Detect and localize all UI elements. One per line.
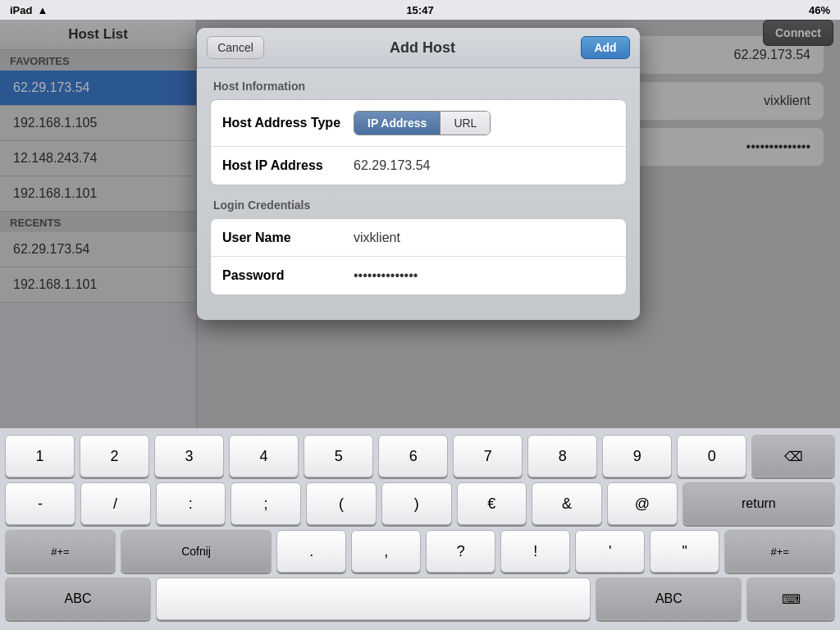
- key-0[interactable]: 0: [677, 435, 746, 477]
- device-label: iPad: [10, 4, 32, 16]
- host-info-table: Host Address Type IP Address URL Host IP…: [210, 99, 627, 185]
- host-ip-value[interactable]: 62.29.173.54: [354, 158, 614, 173]
- key-4[interactable]: 4: [229, 435, 299, 477]
- keyboard-hide-key[interactable]: ⌨: [746, 578, 835, 620]
- dialog-body: Host Information Host Address Type IP Ad…: [197, 68, 640, 320]
- space-key[interactable]: [156, 578, 591, 620]
- key-1[interactable]: 1: [5, 435, 75, 477]
- host-info-section-title: Host Information: [213, 80, 627, 93]
- seg-url-button[interactable]: URL: [441, 112, 490, 135]
- battery-display: 46%: [809, 4, 830, 16]
- key-dash[interactable]: -: [5, 482, 75, 525]
- username-value[interactable]: vixklient: [354, 231, 614, 245]
- seg-ip-button[interactable]: IP Address: [354, 112, 441, 135]
- key-colon[interactable]: :: [156, 482, 226, 525]
- key-9[interactable]: 9: [602, 435, 672, 477]
- keyboard-row-4: ABC ABC ⌨: [5, 578, 835, 620]
- host-ip-label: Host IP Address: [222, 158, 354, 173]
- key-open-paren[interactable]: (: [306, 482, 377, 525]
- keyboard-row-2: - / : ; ( ) € & @ return: [5, 482, 835, 525]
- key-7[interactable]: 7: [453, 435, 523, 477]
- wifi-icon: ▲: [37, 4, 48, 16]
- address-type-label: Host Address Type: [222, 116, 354, 130]
- password-row: Password ••••••••••••••: [211, 257, 626, 294]
- key-semicolon[interactable]: ;: [231, 482, 301, 525]
- key-comma[interactable]: ,: [351, 530, 421, 573]
- cancel-button[interactable]: Cancel: [207, 36, 264, 59]
- dialog-title: Add Host: [264, 39, 581, 57]
- login-section-title: Login Credentials: [213, 199, 627, 212]
- key-ampersand[interactable]: &: [532, 482, 602, 525]
- key-apos[interactable]: ': [575, 530, 645, 573]
- shift-right-key[interactable]: #+=: [724, 530, 835, 573]
- time-display: 15:47: [406, 4, 433, 16]
- return-key[interactable]: return: [682, 482, 835, 525]
- abc-left-key[interactable]: ABC: [5, 578, 151, 620]
- key-question[interactable]: ?: [426, 530, 495, 573]
- key-5[interactable]: 5: [304, 435, 373, 477]
- address-type-segmented[interactable]: IP Address URL: [354, 111, 491, 135]
- username-row: User Name vixklient: [211, 219, 626, 257]
- keyboard-row-3: #+= Cofnij . , ? ! ' " #+=: [5, 530, 835, 573]
- status-bar: iPad ▲ 15:47 46%: [0, 0, 840, 20]
- dialog-header: Cancel Add Host Add: [197, 28, 640, 68]
- address-type-row: Host Address Type IP Address URL: [211, 100, 626, 147]
- add-host-dialog: Cancel Add Host Add Host Information Hos…: [197, 28, 640, 320]
- key-period[interactable]: .: [276, 530, 346, 573]
- password-value[interactable]: ••••••••••••••: [354, 268, 614, 283]
- cofnij-key[interactable]: Cofnij: [121, 530, 272, 573]
- key-at[interactable]: @: [607, 482, 678, 525]
- shift-key[interactable]: #+=: [5, 530, 116, 573]
- password-label: Password: [222, 268, 354, 283]
- abc-right-key[interactable]: ABC: [596, 578, 742, 620]
- login-table: User Name vixklient Password •••••••••••…: [210, 218, 627, 295]
- username-label: User Name: [222, 231, 354, 245]
- key-8[interactable]: 8: [527, 435, 597, 477]
- key-slash[interactable]: /: [80, 482, 151, 525]
- add-button[interactable]: Add: [581, 36, 630, 59]
- key-6[interactable]: 6: [378, 435, 448, 477]
- keyboard: 1 2 3 4 5 6 7 8 9 0 ⌫ - / : ; ( ) € & @ …: [0, 428, 840, 630]
- host-ip-row: Host IP Address 62.29.173.54: [211, 147, 626, 185]
- key-exclaim[interactable]: !: [500, 530, 570, 573]
- key-3[interactable]: 3: [154, 435, 224, 477]
- key-2[interactable]: 2: [80, 435, 149, 477]
- key-euro[interactable]: €: [457, 482, 527, 525]
- key-quote[interactable]: ": [650, 530, 719, 573]
- backspace-key[interactable]: ⌫: [751, 435, 835, 477]
- key-close-paren[interactable]: ): [381, 482, 452, 525]
- keyboard-row-1: 1 2 3 4 5 6 7 8 9 0 ⌫: [5, 435, 835, 477]
